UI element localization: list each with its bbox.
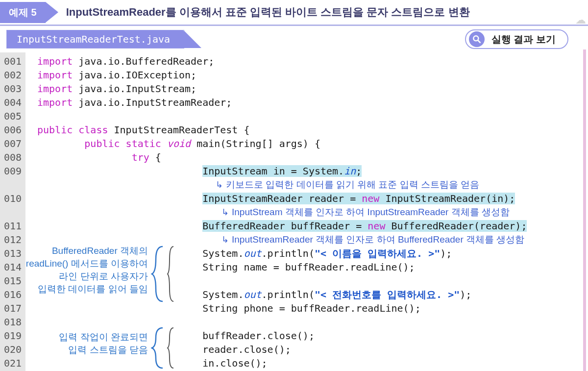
line-number: 020 — [0, 343, 25, 356]
code-line: in.close(); — [37, 356, 588, 370]
left-annotation: BufferedReader 객체의 readLine() 메서드를 이용하여 … — [0, 245, 148, 296]
run-result-label: 실행 결과 보기 — [491, 33, 556, 46]
line-number: 018 — [0, 315, 25, 329]
arrow-icon: ↳ — [221, 207, 229, 217]
code-body: import java.io.BufferedReader; import ja… — [25, 52, 588, 371]
arrow-icon: ↳ — [216, 180, 223, 190]
header-row: 예제 5 InputStreamReader를 이용해서 표준 입력된 바이트 … — [0, 0, 588, 25]
line-gutter: 001 002 003 004 005 006 007 008 009 010 … — [0, 52, 25, 371]
code-line: public class InputStreamReaderTest { — [37, 123, 588, 137]
line-number: 017 — [0, 301, 25, 315]
toolbar-row: InputStreamReaderTest.java 실행 결과 보기 — [0, 26, 588, 49]
code-line: String phone = buffReader.readLine(); — [37, 301, 588, 315]
line-number: 011 — [0, 219, 25, 233]
line-number: 004 — [0, 96, 25, 109]
line-number: 007 — [0, 137, 25, 150]
code-line: import java.io.InputStream; — [37, 82, 588, 96]
brace-icon — [151, 326, 166, 370]
line-number: 001 — [0, 54, 25, 68]
code-line: public static void main(String[] args) { — [37, 137, 588, 150]
code-line — [37, 109, 588, 123]
example-badge: 예제 5 — [0, 2, 46, 23]
annotation: ↳키보드로 입력한 데이터를 읽기 위해 표준 입력 스트림을 얻음 — [216, 178, 479, 192]
line-number: 003 — [0, 82, 25, 96]
line-number: 021 — [0, 356, 25, 370]
line-number: 019 — [0, 329, 25, 343]
svg-point-0 — [473, 36, 478, 41]
file-tab: InputStreamReaderTest.java — [7, 30, 184, 48]
code-line: import java.io.InputStreamReader; — [37, 96, 588, 109]
search-icon — [469, 31, 485, 47]
brace-icon — [151, 245, 166, 303]
line-number: 006 — [0, 123, 25, 137]
annotation: ↳InputStream 객체를 인자로 하여 InputStreamReade… — [221, 205, 510, 219]
code-line: InputStreamReader reader = new InputStre… — [37, 192, 588, 205]
code-line — [37, 315, 588, 329]
code-line: try { — [37, 150, 588, 164]
code-area: 001 002 003 004 005 006 007 008 009 010 … — [0, 49, 588, 371]
svg-line-1 — [478, 41, 480, 43]
code-line: InputStream in = System.in; — [37, 164, 588, 178]
line-number — [0, 178, 25, 192]
code-line: import java.io.IOException; — [37, 68, 588, 82]
brace-icon — [167, 245, 175, 303]
brace-icon — [167, 326, 175, 370]
line-number: 002 — [0, 68, 25, 82]
line-number: 008 — [0, 150, 25, 164]
code-line: import java.io.BufferedReader; — [37, 54, 588, 68]
left-annotation: 입력 작업이 완료되면 입력 스트림을 닫음 — [39, 331, 148, 356]
line-number — [0, 205, 25, 219]
arrow-icon: ↳ — [221, 235, 229, 245]
annotation: ↳InputStreamReader 객체를 인자로 하여 BufferedRe… — [221, 233, 524, 247]
line-number: 005 — [0, 109, 25, 123]
code-line: BufferedReader buffReader = new Buffered… — [37, 219, 588, 233]
cloud-icon: ☁ — [575, 14, 586, 26]
line-number: 010 — [0, 192, 25, 205]
page-title: InputStreamReader를 이용해서 표준 입력된 바이트 스트림을 … — [46, 5, 588, 20]
line-number: 009 — [0, 164, 25, 178]
right-margin-strip — [583, 49, 586, 371]
run-result-button[interactable]: 실행 결과 보기 — [465, 29, 568, 49]
